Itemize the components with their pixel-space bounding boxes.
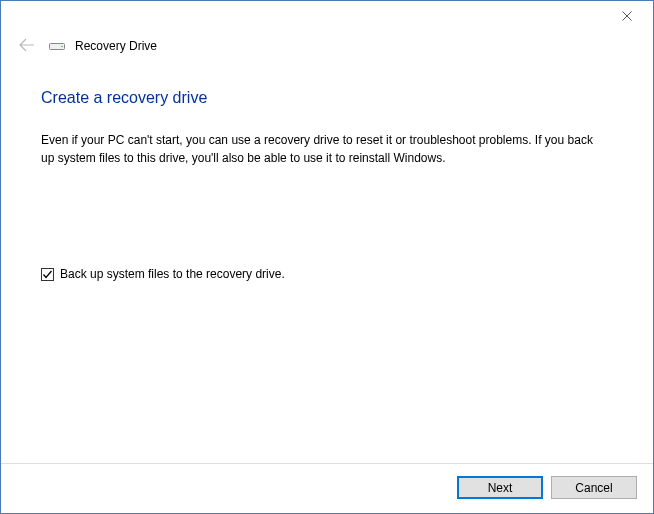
titlebar <box>1 1 653 31</box>
page-heading: Create a recovery drive <box>41 89 615 107</box>
backup-checkbox[interactable] <box>41 268 54 281</box>
content-area: Create a recovery drive Even if your PC … <box>1 59 653 463</box>
arrow-left-icon <box>19 38 35 52</box>
backup-checkbox-row[interactable]: Back up system files to the recovery dri… <box>41 267 615 281</box>
backup-checkbox-label: Back up system files to the recovery dri… <box>60 267 285 281</box>
footer: Next Cancel <box>1 463 653 513</box>
recovery-drive-wizard: Recovery Drive Create a recovery drive E… <box>0 0 654 514</box>
back-button <box>15 35 39 57</box>
checkmark-icon <box>42 269 53 280</box>
page-description: Even if your PC can't start, you can use… <box>41 131 601 167</box>
header-row: Recovery Drive <box>1 31 653 59</box>
close-icon <box>622 11 632 21</box>
next-button[interactable]: Next <box>457 476 543 499</box>
drive-icon <box>49 37 65 55</box>
close-button[interactable] <box>604 3 649 29</box>
header-title: Recovery Drive <box>75 39 157 53</box>
svg-point-3 <box>61 46 63 48</box>
cancel-button[interactable]: Cancel <box>551 476 637 499</box>
